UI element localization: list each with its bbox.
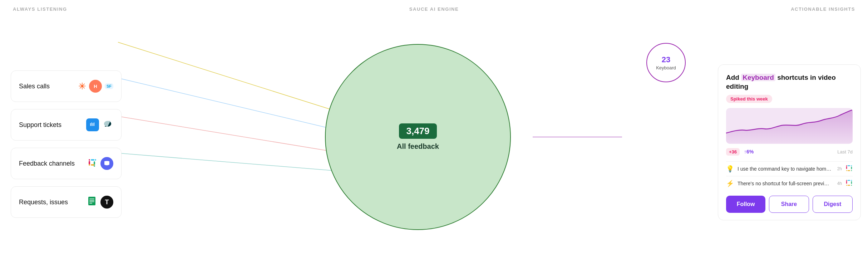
svg-rect-5: [90, 123, 91, 126]
svg-rect-19: [89, 200, 94, 201]
feedback-source-1: [845, 165, 853, 173]
svg-rect-26: [851, 166, 852, 169]
left-panel: Sales calls ✳ H SF Support tickets: [0, 49, 122, 225]
spike-badge: Spiked this week: [726, 95, 772, 103]
svg-rect-35: [851, 185, 852, 186]
t-icon: T: [100, 196, 113, 209]
svg-rect-8: [94, 122, 94, 126]
keyboard-label: Keyboard: [656, 65, 676, 70]
svg-rect-16: [89, 164, 90, 166]
percent-increase: ↑6%: [744, 149, 754, 155]
chart-stats: +36 ↑6% Last 7d: [726, 148, 853, 156]
svg-rect-28: [848, 170, 850, 171]
source-card-sales-calls[interactable]: Sales calls ✳ H SF: [11, 70, 122, 102]
svg-rect-17: [88, 197, 95, 205]
action-buttons: Follow Share Digest: [726, 196, 853, 213]
intercom-icon: [86, 118, 99, 131]
slack-icon: [86, 157, 98, 171]
trend-chart: [726, 108, 853, 144]
svg-rect-11: [91, 159, 94, 161]
svg-rect-21: [89, 203, 92, 204]
source-card-support-tickets[interactable]: Support tickets: [11, 109, 122, 141]
right-panel: Add Keyboard shortcuts in video editing …: [714, 47, 868, 227]
feedback-channels-label: Feedback channels: [19, 160, 80, 167]
svg-rect-7: [93, 123, 93, 126]
feedback-label: All feedback: [397, 142, 439, 151]
insight-title: Add Keyboard shortcuts in video editing: [726, 73, 853, 91]
svg-rect-15: [91, 164, 94, 166]
feedback-time-2: 4h: [837, 181, 842, 186]
svg-rect-31: [846, 180, 847, 181]
idea-icon: 💡: [726, 165, 734, 173]
feedback-item-2: ⚡ There's no shortcut for full-screen pr…: [726, 176, 853, 191]
svg-rect-30: [846, 181, 847, 184]
keyboard-count: 23: [662, 55, 670, 64]
svg-rect-24: [848, 165, 850, 166]
title-before: Add: [726, 74, 741, 81]
keyboard-bubble: 23 Keyboard: [646, 43, 686, 82]
source-card-requests-issues[interactable]: Requests, issues T: [11, 186, 122, 218]
sales-calls-icons: ✳ H SF: [78, 80, 113, 93]
feedback-text-1: I use the command key to navigate hom…: [738, 166, 834, 172]
feedback-count: 3,479: [399, 123, 437, 139]
center-area: 3,479 All feedback 23 Keyboard: [122, 0, 714, 274]
follow-button[interactable]: Follow: [726, 196, 765, 213]
svg-rect-10: [89, 159, 90, 161]
svg-rect-22: [846, 166, 847, 169]
svg-rect-20: [89, 201, 94, 202]
zendesk-icon: [102, 118, 113, 132]
stat-period: Last 7d: [837, 149, 853, 155]
svg-rect-6: [92, 122, 92, 126]
svg-rect-32: [848, 180, 850, 181]
sales-calls-label: Sales calls: [19, 83, 72, 90]
support-tickets-icons: [86, 118, 113, 132]
feedback-item-1: 💡 I use the command key to navigate hom……: [726, 161, 853, 176]
source-card-feedback-channels[interactable]: Feedback channels: [11, 148, 122, 179]
svg-rect-36: [848, 185, 850, 186]
feedback-text-2: There's no shortcut for full-screen prev…: [738, 181, 834, 186]
requests-issues-icons: T: [86, 195, 113, 209]
lightning-icon: ⚡: [726, 180, 734, 187]
svg-rect-23: [846, 165, 847, 166]
feedback-time-1: 2h: [837, 166, 842, 171]
svg-rect-33: [851, 180, 852, 181]
svg-rect-9: [89, 161, 90, 165]
svg-rect-37: [846, 185, 847, 186]
insight-card: Add Keyboard shortcuts in video editing …: [718, 64, 861, 220]
feedback-source-2: [845, 179, 853, 188]
svg-rect-25: [851, 165, 852, 166]
discord-icon: [100, 157, 113, 170]
salesforce-icon: SF: [105, 83, 113, 89]
svg-rect-12: [95, 159, 96, 161]
digest-button[interactable]: Digest: [813, 196, 853, 213]
svg-rect-29: [846, 170, 847, 171]
feedback-channels-icons: [86, 157, 113, 171]
svg-rect-18: [89, 199, 94, 199]
support-tickets-label: Support tickets: [19, 121, 80, 129]
share-button[interactable]: Share: [769, 196, 809, 213]
zapier-icon: ✳: [78, 81, 86, 92]
sheets-icon: [86, 195, 98, 209]
delta-badge: +36: [726, 148, 740, 156]
hubspot-icon: H: [89, 80, 102, 93]
title-highlight: Keyboard: [741, 74, 775, 81]
requests-issues-label: Requests, issues: [19, 199, 80, 206]
main-circle: 3,479 All feedback: [325, 44, 511, 230]
svg-rect-34: [851, 181, 852, 184]
svg-rect-27: [851, 170, 852, 171]
